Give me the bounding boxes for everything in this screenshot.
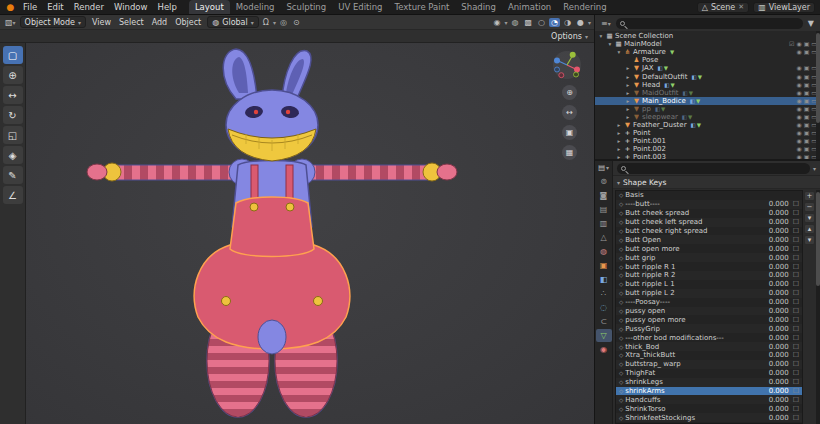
eye-toggle-icon[interactable]: ◉ bbox=[796, 137, 801, 145]
shape-key-row-butt[interactable]: ◇ ----butt---- 0.000 ☐ bbox=[616, 200, 802, 209]
mute-checkbox[interactable]: ☐ bbox=[793, 263, 799, 271]
outliner-row-point-002[interactable]: ▸ + Point.002 ◉▣▭ bbox=[595, 145, 820, 153]
tool-select-box[interactable]: ▢ bbox=[3, 46, 23, 64]
shape-key-row-thighfat[interactable]: ◇ ThighFat 0.000 ☐ bbox=[616, 369, 802, 378]
eye-toggle-icon[interactable]: ◉ bbox=[796, 89, 801, 97]
viewport-menu-add[interactable]: Add bbox=[148, 18, 172, 27]
properties-tab-physics[interactable]: ◌ bbox=[596, 301, 612, 314]
shape-key-row-other-bod-modifications[interactable]: ◇ ---other bod modifications--- 0.000 ☐ bbox=[616, 333, 802, 342]
tool-rotate[interactable]: ↻ bbox=[3, 106, 23, 124]
shape-key-row-pussy-open-more[interactable]: ◇ pussy open more 0.000 ☐ bbox=[616, 315, 802, 324]
shape-key-row-shrinkarms[interactable]: ◇ shrinkArms 0.000 ☐ bbox=[616, 387, 802, 396]
shape-key-row-butt-ripple-l-2[interactable]: ◇ butt ripple L 2 0.000 ☐ bbox=[616, 289, 802, 298]
shape-key-value[interactable]: 0.000 bbox=[765, 280, 789, 288]
perspective-toggle-icon[interactable]: ▦ bbox=[562, 145, 577, 160]
shape-key-value[interactable]: 0.000 bbox=[765, 387, 789, 395]
cam-toggle-icon[interactable]: ▣ bbox=[804, 153, 810, 159]
shape-key-value[interactable]: 0.000 bbox=[765, 209, 789, 217]
shape-key-row-poosay[interactable]: ◇ ----Poosay---- 0.000 ☐ bbox=[616, 298, 802, 307]
shape-key-row-butt-open[interactable]: ◇ Butt Open 0.000 ☐ bbox=[616, 235, 802, 244]
shape-key-value[interactable]: 0.000 bbox=[765, 369, 789, 377]
shape-key-row-handcuffs[interactable]: ◇ Handcuffs 0.000 ☐ bbox=[616, 395, 802, 404]
expand-arrow-icon[interactable]: ▸ bbox=[625, 64, 631, 72]
expand-arrow-icon[interactable]: ▸ bbox=[616, 129, 622, 137]
cam-toggle-icon[interactable]: ▣ bbox=[804, 48, 810, 56]
shape-key-remove-button[interactable]: − bbox=[804, 202, 815, 212]
shape-key-value[interactable]: 0.000 bbox=[765, 316, 789, 324]
shape-key-row-butt-cheek-spread[interactable]: ◇ Butt cheek spread 0.000 ☐ bbox=[616, 209, 802, 218]
expand-arrow-icon[interactable]: ▸ bbox=[625, 113, 631, 121]
shape-key-row-pussy-open[interactable]: ◇ pussy open 0.000 ☐ bbox=[616, 307, 802, 316]
shading-rendered-icon[interactable]: ● bbox=[575, 18, 586, 27]
eye-toggle-icon[interactable]: ◉ bbox=[796, 129, 801, 137]
outliner-row-point-001[interactable]: ▸ + Point.001 ◉▣▭ bbox=[595, 137, 820, 145]
workspace-tab-shading[interactable]: Shading bbox=[455, 0, 502, 14]
eye-toggle-icon[interactable]: ◉ bbox=[796, 48, 801, 56]
eye-toggle-icon[interactable]: ◉ bbox=[796, 97, 801, 105]
shape-key-value[interactable]: 0.000 bbox=[765, 289, 789, 297]
menu-file[interactable]: File bbox=[18, 0, 42, 14]
shading-caret-icon[interactable]: ▾ bbox=[588, 19, 591, 26]
navigation-gizmo[interactable] bbox=[552, 50, 582, 80]
shading-material-icon[interactable]: ◑ bbox=[562, 18, 573, 27]
overlays-icon[interactable]: ◍ bbox=[510, 18, 521, 27]
expand-arrow-icon[interactable]: ▸ bbox=[625, 97, 631, 105]
cam-toggle-icon[interactable]: ▣ bbox=[804, 89, 810, 97]
visibility-dropdown-icon[interactable]: ◉ bbox=[492, 18, 503, 27]
properties-tab-view-layer[interactable]: ▥ bbox=[596, 217, 612, 230]
menu-window[interactable]: Window bbox=[109, 0, 153, 14]
pivot-point-icon[interactable]: ⊙ bbox=[291, 18, 302, 27]
mute-checkbox[interactable]: ☐ bbox=[793, 209, 799, 217]
viewport-menu-select[interactable]: Select bbox=[115, 18, 148, 27]
expand-arrow-icon[interactable]: ▸ bbox=[625, 89, 631, 97]
properties-tab-modifiers[interactable]: ◧ bbox=[596, 273, 612, 286]
options-caret-icon[interactable]: ▾ bbox=[585, 33, 588, 40]
mute-checkbox[interactable]: ☐ bbox=[793, 280, 799, 288]
mute-checkbox[interactable]: ☐ bbox=[793, 387, 799, 395]
shape-key-move-up-button[interactable]: ▴ bbox=[804, 224, 815, 234]
expand-arrow-icon[interactable]: ▾ bbox=[607, 40, 613, 48]
proportional-editing-icon[interactable]: ◎ bbox=[278, 18, 289, 27]
tool-measure[interactable]: ∠ bbox=[3, 186, 23, 204]
outliner-row-head[interactable]: ▸ ▼ Head ◧▼ ◉▣▭ bbox=[595, 81, 820, 89]
panel-expand-icon[interactable]: ▾ bbox=[617, 179, 620, 186]
menu-render[interactable]: Render bbox=[69, 0, 109, 14]
shape-key-row-butt-ripple-l-1[interactable]: ◇ butt ripple L 1 0.000 ☐ bbox=[616, 280, 802, 289]
cam-toggle-icon[interactable]: ▣ bbox=[804, 81, 810, 89]
properties-search-input[interactable] bbox=[617, 163, 810, 174]
scene-close-icon[interactable]: ✕ bbox=[738, 3, 744, 11]
outliner-editor-icon[interactable]: ≡▾ bbox=[599, 19, 613, 28]
outliner-row-point-003[interactable]: ▸ + Point.003 ◉▣▭ bbox=[595, 153, 820, 159]
eye-toggle-icon[interactable]: ◉ bbox=[796, 153, 801, 159]
shape-key-value[interactable]: 0.000 bbox=[765, 200, 789, 208]
shape-key-row-butt-ripple-r-1[interactable]: ◇ butt ripple R 1 0.000 ☐ bbox=[616, 262, 802, 271]
mute-checkbox[interactable]: ☐ bbox=[793, 316, 799, 324]
viewport-menu-object[interactable]: Object bbox=[171, 18, 205, 27]
outliner-search-input[interactable] bbox=[616, 18, 803, 29]
cam-toggle-icon[interactable]: ▣ bbox=[804, 105, 810, 113]
xray-toggle-icon[interactable]: ▩ bbox=[522, 18, 534, 27]
cam-toggle-icon[interactable]: ▣ bbox=[804, 40, 810, 48]
shape-key-value[interactable]: 0.000 bbox=[765, 254, 789, 262]
menu-help[interactable]: Help bbox=[152, 0, 181, 14]
expand-arrow-icon[interactable]: ▸ bbox=[625, 73, 631, 81]
mute-checkbox[interactable]: ☐ bbox=[793, 218, 799, 226]
shape-key-value[interactable]: 0.000 bbox=[765, 351, 789, 359]
shape-key-value[interactable]: 0.000 bbox=[765, 334, 789, 342]
cam-toggle-icon[interactable]: ▣ bbox=[804, 64, 810, 72]
mute-checkbox[interactable]: ☐ bbox=[793, 245, 799, 253]
properties-tab-render[interactable]: ◙ bbox=[596, 189, 612, 202]
expand-arrow-icon[interactable]: ▸ bbox=[616, 153, 622, 159]
shape-key-value[interactable]: 0.000 bbox=[765, 343, 789, 351]
mute-checkbox[interactable]: ☐ bbox=[793, 298, 799, 306]
mute-checkbox[interactable]: ☐ bbox=[793, 414, 799, 422]
cam-toggle-icon[interactable]: ▣ bbox=[804, 97, 810, 105]
shape-key-value[interactable]: 0.000 bbox=[765, 414, 789, 422]
properties-tab-particles[interactable]: ∴ bbox=[596, 287, 612, 300]
properties-tab-object[interactable]: ▣ bbox=[596, 259, 612, 272]
mute-checkbox[interactable]: ☐ bbox=[793, 254, 799, 262]
shape-key-value[interactable]: 0.000 bbox=[765, 245, 789, 253]
expand-arrow-icon[interactable]: ▸ bbox=[616, 121, 622, 129]
mute-checkbox[interactable]: ☐ bbox=[793, 343, 799, 351]
blender-logo-icon[interactable]: ● bbox=[3, 0, 18, 14]
